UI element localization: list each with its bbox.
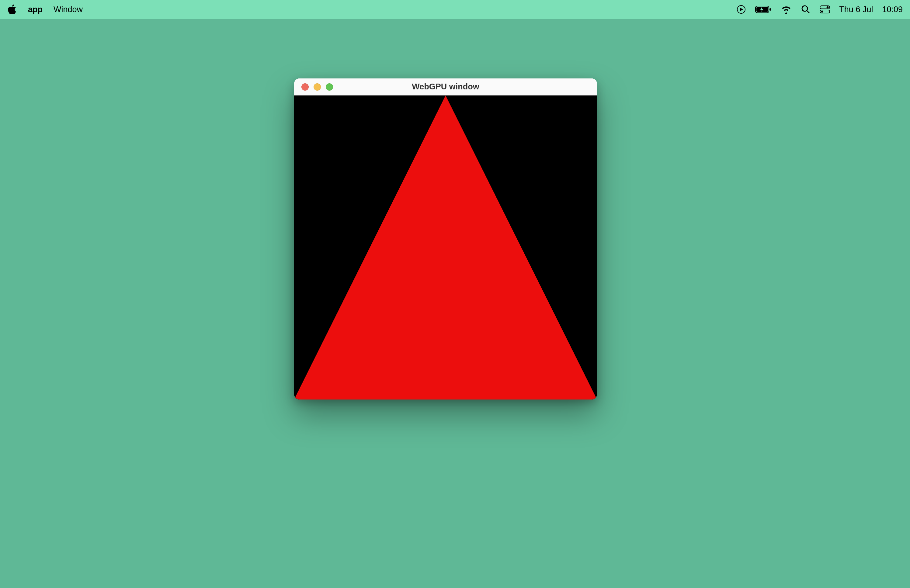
menubar-date[interactable]: Thu 6 Jul bbox=[839, 5, 873, 14]
app-window[interactable]: WebGPU window bbox=[294, 78, 597, 399]
window-title: WebGPU window bbox=[294, 82, 597, 92]
svg-point-9 bbox=[821, 11, 823, 13]
traffic-lights bbox=[294, 83, 333, 90]
wifi-icon[interactable] bbox=[781, 5, 792, 14]
control-center-icon[interactable] bbox=[819, 5, 830, 14]
menubar-right: Thu 6 Jul 10:09 bbox=[736, 5, 903, 14]
svg-rect-3 bbox=[769, 8, 771, 11]
apple-menu-icon[interactable] bbox=[7, 5, 17, 14]
window-titlebar[interactable]: WebGPU window bbox=[294, 78, 597, 95]
svg-point-4 bbox=[802, 6, 808, 11]
svg-line-5 bbox=[807, 11, 809, 13]
menubar-left: app Window bbox=[7, 5, 83, 14]
window-minimize-button[interactable] bbox=[314, 83, 321, 90]
menu-window[interactable]: Window bbox=[53, 5, 83, 14]
spotlight-icon[interactable] bbox=[801, 5, 811, 14]
svg-point-7 bbox=[827, 6, 829, 8]
now-playing-icon[interactable] bbox=[736, 5, 746, 14]
menu-app-name[interactable]: app bbox=[28, 5, 43, 14]
battery-icon[interactable] bbox=[755, 5, 772, 14]
menubar-time[interactable]: 10:09 bbox=[882, 5, 903, 14]
window-close-button[interactable] bbox=[301, 83, 309, 90]
triangle-render bbox=[294, 95, 597, 399]
window-zoom-button[interactable] bbox=[326, 83, 333, 90]
window-content bbox=[294, 95, 597, 399]
menubar: app Window bbox=[0, 0, 910, 19]
